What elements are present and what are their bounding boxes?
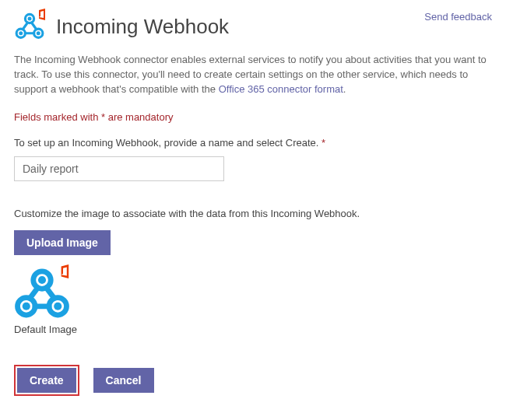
customize-label: Customize the image to associate with th… [14,208,492,219]
create-highlight-box: Create [14,365,79,396]
svg-point-10 [23,302,30,310]
default-image-block: Default Image [14,266,492,335]
office-badge-icon [59,264,72,278]
default-image-icon [14,266,70,322]
svg-point-4 [19,31,23,35]
send-feedback-link[interactable]: Send feedback [424,11,492,23]
svg-point-5 [37,31,40,35]
webhook-icon [14,11,45,42]
webhook-name-input[interactable] [14,156,224,181]
connector-format-link[interactable]: Office 365 connector format [219,83,343,95]
setup-label: To set up an Incoming Webhook, provide a… [14,137,492,149]
office-badge-icon [37,9,47,20]
description-text: The Incoming Webhook connector enables e… [14,53,492,97]
upload-image-button[interactable]: Upload Image [14,230,111,255]
setup-label-text: To set up an Incoming Webhook, provide a… [14,137,318,149]
cancel-button[interactable]: Cancel [93,368,154,393]
default-image-label: Default Image [14,324,492,335]
svg-point-3 [28,17,32,21]
mandatory-note: Fields marked with * are mandatory [14,111,492,123]
page-title: Incoming Webhook [56,15,229,39]
title-group: Incoming Webhook [14,11,229,42]
svg-point-11 [54,302,61,310]
description-part2: . [343,83,346,95]
svg-point-9 [38,275,46,283]
required-asterisk: * [322,137,325,149]
footer-row: Create Cancel [14,365,492,396]
create-button[interactable]: Create [17,368,76,393]
